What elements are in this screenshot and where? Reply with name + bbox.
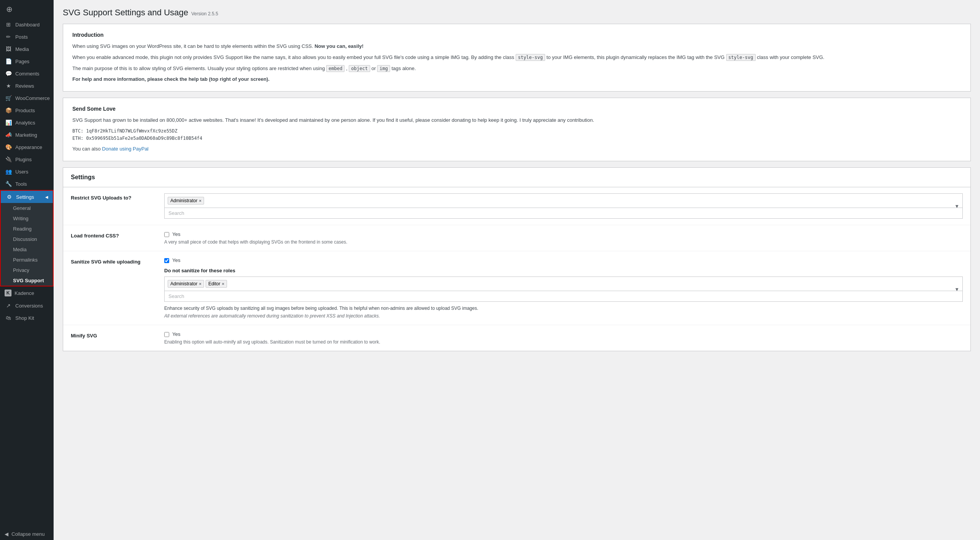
restrict-select-wrapper[interactable]: Administrator × ▼: [164, 193, 963, 219]
sidebar-item-kadence[interactable]: K Kadence: [0, 286, 54, 299]
love-paypal: You can also Donate using PayPal: [72, 145, 961, 153]
page-title: SVG Support Settings and Usage Version 2…: [63, 8, 971, 18]
settings-heading: Settings: [63, 168, 970, 187]
intro-para3: The main purpose of this is to allow sty…: [72, 65, 961, 73]
love-para1: SVG Support has grown to be installed on…: [72, 116, 961, 124]
version-badge: Version 2.5.5: [191, 11, 218, 16]
products-icon: 📦: [5, 107, 12, 113]
sidebar-item-conversions[interactable]: ↗ Conversions: [0, 299, 54, 312]
media-icon: 🖼: [5, 46, 12, 52]
submenu-discussion[interactable]: Discussion: [1, 234, 53, 244]
marketing-icon: 📣: [5, 132, 12, 138]
sidebar-item-marketing[interactable]: 📣 Marketing: [0, 129, 54, 141]
settings-card: Settings Restrict SVG Uploads to? Admini…: [63, 167, 971, 351]
shop-kit-icon: 🛍: [5, 315, 12, 321]
sanitize-tag-editor-label: Editor: [208, 281, 220, 286]
sanitize-tag-editor: Editor ×: [206, 280, 227, 288]
main-content: SVG Support Settings and Usage Version 2…: [54, 0, 980, 540]
sidebar-item-pages[interactable]: 📄 Pages: [0, 55, 54, 67]
code-img: img: [377, 65, 390, 72]
sidebar-item-shop-kit[interactable]: 🛍 Shop Kit: [0, 312, 54, 324]
sidebar-item-analytics[interactable]: 📊 Analytics: [0, 116, 54, 129]
analytics-icon: 📊: [5, 119, 12, 126]
wp-logo: ⊕: [0, 0, 54, 18]
dashboard-icon: ⊞: [5, 21, 12, 28]
sidebar-item-users[interactable]: 👥 Users: [0, 165, 54, 178]
restrict-uploads-control: Administrator × ▼: [164, 193, 963, 219]
sidebar-item-woocommerce[interactable]: 🛒 WooCommerce: [0, 92, 54, 104]
sanitize-row: Sanitize SVG while uploading Yes Do not …: [63, 251, 970, 325]
minify-checkbox-row: Yes: [164, 331, 963, 337]
load-css-label: Load frontend CSS?: [71, 231, 155, 239]
sanitize-control: Yes Do not sanitize for these roles Admi…: [164, 257, 963, 319]
load-css-checkbox[interactable]: [164, 232, 169, 237]
sanitize-tag-admin-remove[interactable]: ×: [199, 281, 201, 286]
restrict-tag-administrator: Administrator ×: [168, 197, 204, 205]
submenu-media[interactable]: Media: [1, 244, 53, 255]
sidebar-item-posts[interactable]: ✏ Posts: [0, 31, 54, 43]
minify-row: Minify SVG Yes Enabling this option will…: [63, 325, 970, 351]
sanitize-label: Sanitize SVG while uploading: [71, 257, 155, 265]
restrict-uploads-row: Restrict SVG Uploads to? Administrator ×…: [63, 187, 970, 225]
restrict-select-top[interactable]: Administrator × ▼: [165, 194, 962, 208]
comments-icon: 💬: [5, 70, 12, 77]
collapse-icon: ◀: [5, 531, 8, 537]
woocommerce-icon: 🛒: [5, 95, 12, 101]
load-css-yes-label[interactable]: Yes: [172, 231, 180, 237]
sidebar-item-comments[interactable]: 💬 Comments: [0, 67, 54, 80]
intro-card: Introduction When using SVG images on yo…: [63, 24, 971, 92]
sanitize-checkbox[interactable]: [164, 258, 169, 263]
settings-submenu: General Writing Reading Discussion Media…: [1, 203, 53, 286]
restrict-tag-label: Administrator: [170, 198, 198, 203]
plugins-icon: 🔌: [5, 156, 12, 162]
tools-icon: 🔧: [5, 181, 12, 187]
minify-label: Minify SVG: [71, 331, 155, 339]
load-css-checkbox-row: Yes: [164, 231, 963, 237]
submenu-reading[interactable]: Reading: [1, 224, 53, 234]
sanitize-yes-label[interactable]: Yes: [172, 257, 180, 263]
sidebar: ⊕ ⊞ Dashboard ✏ Posts 🖼 Media 📄 Pages 💬 …: [0, 0, 54, 540]
load-css-control: Yes A very small piece of code that help…: [164, 231, 963, 245]
posts-icon: ✏: [5, 34, 12, 40]
minify-checkbox[interactable]: [164, 332, 169, 337]
love-card: Send Some Love SVG Support has grown to …: [63, 98, 971, 161]
submenu-general[interactable]: General: [1, 203, 53, 213]
sanitize-checkbox-row: Yes: [164, 257, 963, 263]
pages-icon: 📄: [5, 58, 12, 64]
settings-collapse-arrow: ◀: [45, 195, 48, 199]
submenu-svg-support[interactable]: SVG Support ◀: [1, 275, 53, 286]
submenu-permalinks[interactable]: Permalinks: [1, 255, 53, 265]
users-icon: 👥: [5, 169, 12, 175]
sidebar-item-plugins[interactable]: 🔌 Plugins: [0, 153, 54, 165]
sidebar-item-settings[interactable]: ⚙ Settings ◀: [1, 191, 53, 203]
intro-para2: When you enable advanced mode, this plug…: [72, 54, 961, 62]
paypal-link[interactable]: Donate using PayPal: [102, 146, 149, 152]
sanitize-search-input[interactable]: [165, 291, 962, 301]
intro-para4: For help and more information, please ch…: [72, 75, 961, 83]
sanitize-italic-note: All external references are automaticall…: [164, 313, 963, 319]
sanitize-tag-editor-remove[interactable]: ×: [222, 281, 224, 286]
sanitize-security-note: Enhance security of SVG uploads by sanit…: [164, 305, 963, 312]
minify-yes-label[interactable]: Yes: [172, 331, 180, 337]
minify-control: Yes Enabling this option will auto-minif…: [164, 331, 963, 345]
restrict-search-input[interactable]: [165, 208, 962, 218]
sidebar-item-reviews[interactable]: ★ Reviews: [0, 80, 54, 92]
sidebar-item-products[interactable]: 📦 Products: [0, 104, 54, 116]
sanitize-select-wrapper[interactable]: Administrator × Editor × ▼: [164, 277, 963, 302]
reviews-icon: ★: [5, 83, 12, 89]
collapse-menu-button[interactable]: ◀ Collapse menu: [0, 528, 54, 540]
restrict-tag-remove[interactable]: ×: [199, 198, 201, 203]
appearance-icon: 🎨: [5, 144, 12, 150]
settings-icon: ⚙: [5, 194, 13, 200]
code-object: object: [349, 65, 370, 72]
sidebar-item-appearance[interactable]: 🎨 Appearance: [0, 141, 54, 153]
love-heading: Send Some Love: [72, 106, 961, 112]
submenu-writing[interactable]: Writing: [1, 213, 53, 224]
kadence-icon: K: [5, 290, 11, 296]
submenu-privacy[interactable]: Privacy: [1, 265, 53, 275]
sidebar-item-media[interactable]: 🖼 Media: [0, 43, 54, 55]
sidebar-item-dashboard[interactable]: ⊞ Dashboard: [0, 18, 54, 31]
minify-hint: Enabling this option will auto-minify al…: [164, 339, 963, 345]
sidebar-item-tools[interactable]: 🔧 Tools: [0, 178, 54, 190]
sanitize-select-top[interactable]: Administrator × Editor × ▼: [165, 277, 962, 291]
